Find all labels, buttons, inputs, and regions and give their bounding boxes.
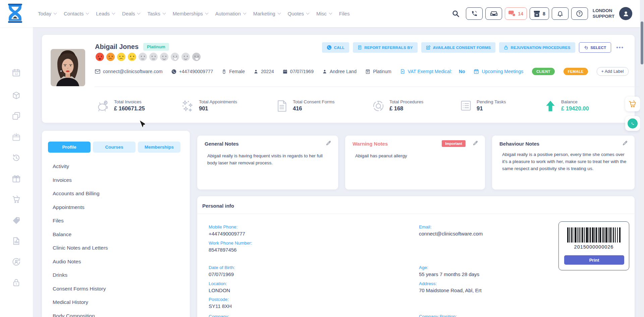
mood-emoji-sad[interactable]: [117, 53, 125, 61]
store-button[interactable]: 8: [530, 7, 549, 20]
mood-emoji-smile-gray[interactable]: [160, 53, 168, 61]
mood-emoji-neutral-gray[interactable]: [139, 53, 147, 61]
menu-item-accounts-and-billing[interactable]: Accounts and Billing: [53, 187, 108, 201]
available-consent-forms-button[interactable]: AVAILABLE CONSENT FORMS: [421, 42, 496, 53]
nav-item-misc[interactable]: Misc: [316, 11, 332, 16]
report-icon[interactable]: [12, 236, 21, 246]
more-actions-button[interactable]: •••: [616, 45, 624, 51]
nav-item-files[interactable]: Files: [339, 11, 350, 16]
print-barcode-button[interactable]: Print: [564, 255, 624, 265]
user-avatar[interactable]: [619, 7, 632, 20]
calendar-import-icon[interactable]: [12, 133, 21, 142]
menu-item-clinic-notes-and-letters[interactable]: Clinic Notes and Letters: [53, 241, 108, 255]
nav-item-memberships[interactable]: Memberships: [173, 11, 208, 16]
chevron-down-icon: [277, 11, 281, 15]
tab-courses[interactable]: Courses: [93, 142, 136, 153]
mood-emoji-open-smile-gray[interactable]: [171, 53, 179, 61]
store-count-badge: 8: [543, 11, 545, 16]
nav-item-deals[interactable]: Deals: [122, 11, 140, 16]
patient-photo[interactable]: [51, 49, 85, 86]
dialer-button[interactable]: [466, 7, 483, 20]
patient-actions: CALL REPORT REFERRALS BY AVAILABLE CONSE…: [322, 42, 624, 53]
patient-email-item[interactable]: connect@clinicsoftware.com: [95, 69, 163, 74]
nav-item-leads[interactable]: Leads: [96, 11, 115, 16]
nav-item-marketing[interactable]: Marketing: [253, 11, 280, 16]
menu-item-consent-forms-history[interactable]: Consent Forms History: [53, 282, 108, 296]
tab-profile[interactable]: Profile: [48, 142, 91, 153]
nav-item-label: Deals: [122, 11, 135, 16]
inbox-icon: [490, 10, 497, 17]
chat-notifications-button[interactable]: 14: [505, 7, 527, 20]
mood-emoji-smile-gray[interactable]: [181, 53, 190, 61]
label-client[interactable]: CLIENT: [532, 68, 555, 75]
patient-gender-item: 20224 Female: [222, 69, 245, 74]
important-badge: Important: [442, 140, 466, 147]
notifications-button[interactable]: [552, 7, 569, 20]
nav-item-quotes[interactable]: Quotes: [288, 11, 309, 16]
mood-emoji-upset[interactable]: [106, 53, 115, 61]
general-notes-body: Abigail really is having frequent visits…: [205, 153, 329, 167]
menu-item-activity[interactable]: Activity: [53, 160, 108, 173]
calendar-icon[interactable]: 12: [12, 68, 21, 77]
gift-icon[interactable]: [12, 174, 21, 183]
rejuvenation-procedures-button[interactable]: REJUVENATION PROCEDURES: [499, 42, 575, 53]
mood-emoji-neutral[interactable]: [128, 53, 136, 61]
nav-item-contacts[interactable]: Contacts: [64, 11, 89, 16]
menu-item-invoices[interactable]: Invoices: [53, 173, 108, 187]
price-tag-icon[interactable]: [12, 216, 21, 225]
menu-item-body-composition[interactable]: Body Composition: [53, 309, 108, 317]
add-label-button[interactable]: + Add Label: [597, 67, 629, 76]
menu-item-appointments[interactable]: Appointments: [53, 201, 108, 214]
menu-item-files[interactable]: Files: [53, 214, 108, 228]
phone-icon: [471, 10, 478, 17]
history-icon[interactable]: [12, 153, 21, 162]
mood-emoji-neutral-gray[interactable]: [149, 53, 158, 61]
field-company-position: Company Position:: [419, 314, 457, 317]
tab-memberships[interactable]: Memberships: [138, 142, 180, 153]
menu-item-audio-notes[interactable]: Audio Notes: [53, 255, 108, 269]
edit-pencil-icon[interactable]: [622, 140, 628, 146]
help-button[interactable]: ?: [571, 7, 588, 20]
stat-label: Total Appointments: [199, 99, 237, 104]
patient-meta-row: connect@clinicsoftware.com +447490009777…: [95, 67, 629, 76]
menu-item-medical-history[interactable]: Medical History: [53, 296, 108, 309]
chevron-down-icon: [329, 11, 332, 15]
search-icon[interactable]: [452, 10, 460, 18]
user-refresh-icon[interactable]: [12, 257, 21, 266]
vat-exempt-link[interactable]: VAT Exempt Medical: No: [400, 69, 465, 74]
stat-pending-tasks: Pending Tasks 91: [460, 99, 506, 112]
lock-icon[interactable]: [12, 278, 21, 287]
select-button[interactable]: SELECT: [579, 42, 611, 53]
menu-item-drinks[interactable]: Drinks: [53, 268, 108, 282]
vertical-scrollbar[interactable]: [640, 0, 644, 317]
patient-phone-item[interactable]: +447490009777: [171, 69, 213, 74]
nav-item-automation[interactable]: Automation: [215, 11, 246, 16]
mood-emoji-grin-gray[interactable]: [192, 53, 201, 61]
upcoming-meetings-link[interactable]: 12 Upcoming Meetings: [474, 69, 523, 74]
inbox-button[interactable]: [485, 7, 502, 20]
checklist-icon: [460, 99, 472, 112]
main-menu: Today Contacts Leads Deals Tasks Members…: [38, 0, 350, 27]
label-female[interactable]: FEMALE: [564, 68, 588, 75]
mood-emoji-angry[interactable]: [96, 53, 104, 61]
stat-label: Total Consent Forms: [293, 99, 335, 104]
edit-pencil-icon[interactable]: [473, 140, 478, 146]
nav-item-today[interactable]: Today: [38, 11, 56, 16]
panel-tabs: Profile Courses Memberships: [48, 142, 180, 153]
scrollbar-thumb[interactable]: [641, 21, 643, 64]
menu-item-balance[interactable]: Balance: [53, 228, 108, 242]
edit-pencil-icon[interactable]: [326, 140, 331, 146]
field-age: Age: 55 years 7 months 28 days: [419, 265, 479, 277]
floating-whatsapp-button[interactable]: [625, 116, 640, 131]
floating-cart-button[interactable]: [625, 97, 640, 111]
cart-icon[interactable]: [12, 195, 21, 204]
package-icon[interactable]: [12, 91, 21, 100]
stat-total-invoices: Total Invoices £ 160671.25: [96, 99, 145, 113]
duplicate-icon[interactable]: [12, 111, 21, 120]
stat-value: 416: [293, 105, 335, 112]
report-referrals-button[interactable]: REPORT REFERRALS BY: [353, 42, 417, 53]
clinicsoftware-logo[interactable]: [7, 4, 23, 23]
call-button[interactable]: CALL: [322, 42, 349, 53]
membership-card-icon: [365, 69, 370, 74]
nav-item-tasks[interactable]: Tasks: [147, 11, 165, 16]
